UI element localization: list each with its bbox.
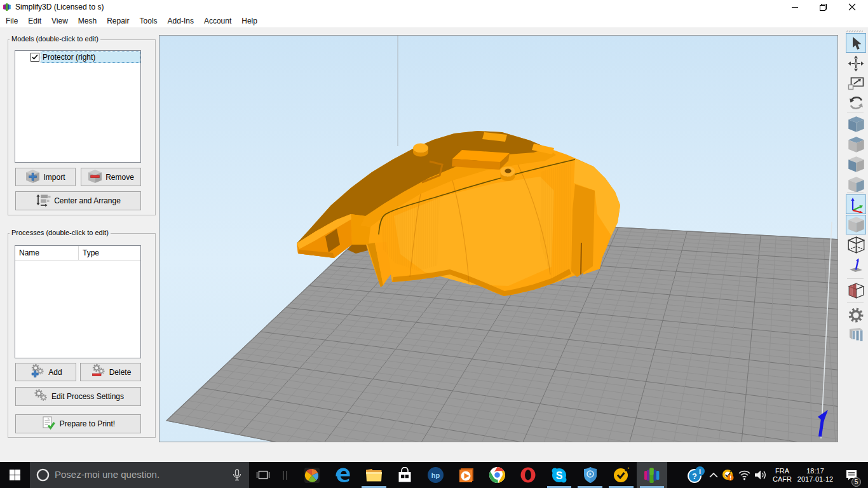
app-logo-icon-graphic xyxy=(3,3,11,11)
prepare-to-print-button[interactable]: Prepare to Print! xyxy=(15,414,141,433)
cortana-icon xyxy=(36,468,50,482)
tool-support-structures[interactable] xyxy=(846,325,866,344)
taskbar-app-norton[interactable] xyxy=(606,462,637,488)
language-indicator[interactable]: FRA CAFR xyxy=(770,467,794,484)
minimize-button-graphic xyxy=(791,3,799,11)
model-item-label: Protector (right) xyxy=(43,53,95,62)
tray-wifi-icon[interactable] xyxy=(738,470,751,480)
remove-button[interactable]: Remove xyxy=(81,168,141,186)
toolbar-separator xyxy=(847,278,864,279)
tool-cross-section[interactable] xyxy=(846,281,866,301)
menu-account[interactable]: Account xyxy=(199,15,236,27)
edit-process-settings-button[interactable]: Edit Process Settings xyxy=(15,387,141,406)
tray-chevron-up-icon[interactable] xyxy=(709,471,719,479)
show-axes-icon xyxy=(848,196,864,213)
tray-norton-alert-icon[interactable] xyxy=(722,469,735,481)
model-checkbox[interactable] xyxy=(31,53,39,62)
tool-surface-normal[interactable] xyxy=(846,255,866,275)
tool-machine-settings[interactable] xyxy=(846,305,866,325)
wireframe-view-icon xyxy=(848,236,865,254)
viewport-3d[interactable] xyxy=(159,35,838,442)
tool-view-iso[interactable] xyxy=(846,114,866,134)
taskbar-app-opera[interactable] xyxy=(513,462,544,488)
menu-tools[interactable]: Tools xyxy=(135,15,163,27)
taskbar-clock[interactable]: 18:17 2017-01-12 xyxy=(795,467,836,484)
menu-repair[interactable]: Repair xyxy=(102,15,134,27)
view-iso-icon xyxy=(848,116,865,133)
column-header-type[interactable]: Type xyxy=(79,246,140,260)
tool-move[interactable] xyxy=(846,53,866,73)
delete-process-button[interactable]: Delete xyxy=(80,363,141,381)
tray-volume-icon-graphic xyxy=(754,470,768,480)
print-check-icon-graphic xyxy=(41,416,57,430)
explorer-icon xyxy=(365,467,383,483)
windows-logo-icon xyxy=(10,470,20,480)
gears-icon-graphic xyxy=(32,388,48,403)
close-button-graphic xyxy=(848,3,856,11)
menu-file[interactable]: File xyxy=(1,15,23,27)
microphone-icon[interactable] xyxy=(233,469,241,481)
add-process-button[interactable]: Add xyxy=(15,363,76,381)
tool-view-top[interactable] xyxy=(846,135,866,154)
tool-scale[interactable] xyxy=(846,73,866,93)
minimize-button[interactable] xyxy=(780,0,809,14)
model-stud-0 xyxy=(413,144,428,157)
task-view-button[interactable] xyxy=(252,462,275,488)
view-front-icon xyxy=(848,156,865,173)
svg-text:hp: hp xyxy=(431,471,440,479)
taskbar-app-photos[interactable] xyxy=(297,462,328,488)
taskbar-app-explorer[interactable] xyxy=(358,462,390,488)
taskbar-app-skype[interactable]: S xyxy=(544,462,575,488)
right-toolbar xyxy=(841,27,868,462)
remove-button-label: Remove xyxy=(105,173,134,182)
tray-norton-alert-icon-graphic xyxy=(722,469,735,481)
task-view-icon xyxy=(256,470,270,480)
tool-wireframe-view[interactable] xyxy=(846,235,866,255)
center-and-arrange-button[interactable]: Center and Arrange xyxy=(15,191,141,210)
menu-addins[interactable]: Add-Ins xyxy=(163,15,199,27)
taskbar: Posez-moi une question. hp xyxy=(0,462,868,488)
tray-hp-assist-icon[interactable]: ? i xyxy=(687,466,705,484)
maximize-button[interactable] xyxy=(809,0,837,14)
tool-shaded-view[interactable] xyxy=(846,215,866,234)
tool-rotate[interactable] xyxy=(846,93,866,112)
tool-view-side[interactable] xyxy=(846,175,866,194)
taskbar-app-edge[interactable] xyxy=(328,462,359,488)
tray-volume-icon[interactable] xyxy=(754,470,768,480)
import-button-label: Import xyxy=(43,173,65,182)
column-header-name[interactable]: Name xyxy=(15,246,79,260)
taskbar-app-shield[interactable] xyxy=(574,462,606,488)
edge-icon xyxy=(334,466,351,484)
processes-table[interactable]: Name Type xyxy=(15,245,141,358)
taskbar-app-store[interactable] xyxy=(390,462,421,488)
taskbar-app-media[interactable] xyxy=(451,462,482,488)
menu-edit[interactable]: Edit xyxy=(23,15,46,27)
view-side-icon xyxy=(848,176,865,193)
model-facet-right-dark-strip xyxy=(571,184,595,277)
start-button[interactable] xyxy=(0,462,30,488)
models-list[interactable]: Protector (right) xyxy=(15,50,141,163)
tool-select[interactable] xyxy=(846,33,866,53)
svg-text:S: S xyxy=(556,470,563,480)
menu-view[interactable]: View xyxy=(46,15,73,27)
prepare-button-label: Prepare to Print! xyxy=(60,419,115,428)
cortana-search-box[interactable]: Posez-moi une question. xyxy=(30,462,249,488)
taskbar-app-chrome[interactable] xyxy=(482,462,513,488)
maximize-button-graphic xyxy=(819,3,827,11)
window-title: Simplify3D (Licensed to s) xyxy=(15,3,104,11)
center-button-label: Center and Arrange xyxy=(54,196,121,205)
gears-icon xyxy=(32,388,48,405)
taskbar-app-hp[interactable]: hp xyxy=(420,462,451,488)
scale-icon xyxy=(848,76,864,91)
system-tray: ? i FRA CAFR 18:17 2017-01-12 5 xyxy=(685,462,862,488)
tool-show-axes[interactable] xyxy=(846,194,866,214)
menu-mesh[interactable]: Mesh xyxy=(73,15,102,27)
close-button[interactable] xyxy=(837,0,866,14)
models-list-item[interactable]: Protector (right) xyxy=(16,52,140,63)
import-button[interactable]: Import xyxy=(15,168,76,186)
toolbar-drag-handle[interactable] xyxy=(846,29,863,32)
taskbar-app-simplify3d[interactable] xyxy=(637,462,668,488)
notification-center-button[interactable]: 5 xyxy=(841,462,862,488)
menu-help[interactable]: Help xyxy=(236,15,262,27)
tool-view-front[interactable] xyxy=(846,154,866,174)
